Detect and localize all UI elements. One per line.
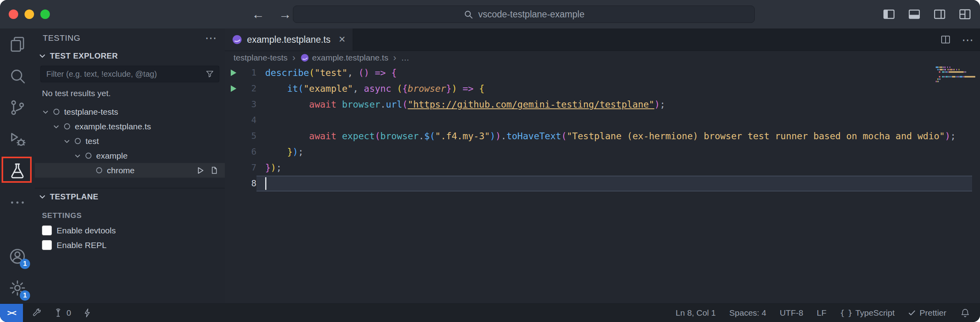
toggle-secondary-sidebar-icon[interactable] [933, 7, 947, 21]
run-test-button[interactable] [196, 166, 205, 175]
tree-item-label: chrome [107, 166, 135, 175]
more-actions-icon[interactable]: ⋯ [205, 32, 217, 44]
tree-item-example[interactable]: example [35, 148, 225, 163]
test-state-icon [51, 108, 62, 116]
status-utf-8[interactable]: UTF-8 [780, 308, 803, 318]
close-tab-icon[interactable]: ✕ [338, 34, 346, 45]
breadcrumb-item[interactable]: example.testplane.ts [300, 53, 389, 63]
source-control-icon[interactable] [0, 92, 35, 123]
breadcrumb-item[interactable]: … [401, 53, 409, 63]
toggle-panel-icon[interactable] [907, 7, 921, 21]
code-line[interactable]: 1describe("test", () => { [225, 65, 980, 81]
check-icon [908, 309, 916, 317]
close-window-button[interactable] [9, 9, 18, 19]
tools-icon[interactable] [32, 308, 42, 318]
chevron-down-icon[interactable] [40, 107, 51, 117]
line-number: 7 [241, 160, 256, 176]
status-typescript[interactable]: { }TypeScript [840, 308, 895, 318]
line-number: 6 [241, 144, 256, 160]
run-and-debug-icon[interactable] [0, 123, 35, 155]
tab-label: example.testplane.ts [247, 34, 330, 45]
status-prettier[interactable]: Prettier [908, 308, 946, 318]
chevron-down-icon [38, 51, 47, 60]
line-number: 1 [241, 65, 256, 81]
breadcrumbs: testplane-tests›example.testplane.ts›… [225, 51, 980, 65]
code-text: }); [256, 160, 980, 176]
search-view-icon[interactable] [0, 60, 35, 92]
minimize-window-button[interactable] [25, 9, 34, 19]
additional-views-icon[interactable] [0, 187, 35, 218]
tab-bar: example.testplane.ts ✕ ⋯ [225, 28, 980, 51]
section-title: TESTPLANE [50, 192, 99, 201]
code-line[interactable]: 7}); [225, 160, 980, 176]
checkbox-label: Enable REPL [57, 241, 106, 250]
tree-row-actions [196, 166, 225, 175]
run-test-gutter-icon[interactable] [225, 65, 241, 81]
zap-icon[interactable] [82, 308, 93, 318]
ports-indicator[interactable]: 0 [53, 308, 71, 318]
chevron-down-icon[interactable] [72, 151, 83, 161]
customize-layout-icon[interactable] [958, 7, 972, 21]
tree-item-chrome[interactable]: chrome [35, 163, 225, 178]
code-text [256, 176, 972, 191]
search-icon [463, 9, 473, 19]
minimap[interactable] [936, 66, 975, 85]
toggle-primary-sidebar-icon[interactable] [882, 7, 896, 21]
status-spaces-4[interactable]: Spaces: 4 [729, 308, 766, 318]
layout-controls [882, 0, 972, 28]
status-ln-8-col-1[interactable]: Ln 8, Col 1 [676, 308, 716, 318]
explorer-icon[interactable] [0, 28, 35, 60]
tab-example-testplane-ts[interactable]: example.testplane.ts ✕ [225, 28, 353, 51]
breadcrumb-separator-icon: › [292, 52, 296, 63]
section-test-explorer[interactable]: TEST EXPLORER [35, 47, 225, 64]
chevron-down-icon[interactable] [62, 136, 72, 146]
back-button[interactable]: ← [252, 8, 264, 21]
code-line[interactable]: 4 [225, 112, 980, 128]
code-area[interactable]: 1describe("test", () => {2 it("example",… [225, 65, 980, 304]
tree-item-label: example.testplane.ts [75, 122, 151, 131]
checkbox-box[interactable] [42, 225, 52, 235]
tree-item-test[interactable]: test [35, 134, 225, 148]
tree-item-label: testplane-tests [64, 107, 118, 117]
checkbox-enable-devtools[interactable]: Enable devtools [35, 223, 225, 238]
code-text: await browser.url("https://github.com/ge… [256, 97, 980, 112]
twisty-spacer [83, 165, 93, 176]
tree-item-testplane-tests[interactable]: testplane-tests [35, 104, 225, 119]
editor-more-actions-icon[interactable]: ⋯ [962, 33, 974, 47]
status-bar: >< 0 Ln 8, Col 1Spaces: 4UTF-8LF{ }TypeS… [0, 303, 980, 322]
activity-bar: 1 1 [0, 28, 35, 304]
line-number: 5 [241, 128, 256, 144]
breadcrumb-item[interactable]: testplane-tests [234, 53, 288, 63]
chevron-down-icon[interactable] [51, 121, 61, 132]
code-line[interactable]: 6 }); [225, 144, 980, 160]
forward-button[interactable]: → [279, 8, 291, 21]
title-bar: ← → vscode-testplane-example [0, 0, 980, 29]
line-number: 2 [241, 81, 256, 97]
settings-gear-icon[interactable]: 1 [0, 272, 35, 304]
accounts-icon[interactable]: 1 [0, 241, 35, 272]
status-lf[interactable]: LF [817, 308, 826, 318]
tree-item-label: example [96, 151, 127, 161]
code-line[interactable]: 8 [225, 176, 980, 191]
goto-test-button[interactable] [210, 166, 218, 175]
code-line[interactable]: 5 await expect(browser.$(".f4.my-3")).to… [225, 128, 980, 144]
split-editor-icon[interactable] [940, 34, 952, 45]
run-test-gutter-icon[interactable] [225, 81, 241, 97]
section-testplane[interactable]: TESTPLANE [35, 188, 225, 205]
code-line[interactable]: 3 await browser.url("https://github.com/… [225, 97, 980, 112]
test-filter-input[interactable] [40, 66, 219, 82]
braces-icon: { } [840, 308, 852, 318]
code-line[interactable]: 2 it("example", async ({browser}) => { [225, 81, 980, 97]
filter-icon[interactable] [205, 69, 215, 79]
checkbox-enable-repl[interactable]: Enable REPL [35, 238, 225, 252]
remote-indicator[interactable]: >< [0, 304, 23, 322]
bell-icon[interactable] [960, 308, 971, 318]
zoom-window-button[interactable] [40, 9, 50, 19]
radio-tower-icon [53, 308, 63, 318]
command-center[interactable]: vscode-testplane-example [293, 6, 755, 23]
settings-heading: SETTINGS [35, 205, 225, 223]
checkbox-label: Enable devtools [57, 226, 116, 235]
panel-title: TESTING [43, 33, 80, 43]
tree-item-example-testplane-ts[interactable]: example.testplane.ts [35, 119, 225, 134]
checkbox-box[interactable] [42, 240, 52, 250]
